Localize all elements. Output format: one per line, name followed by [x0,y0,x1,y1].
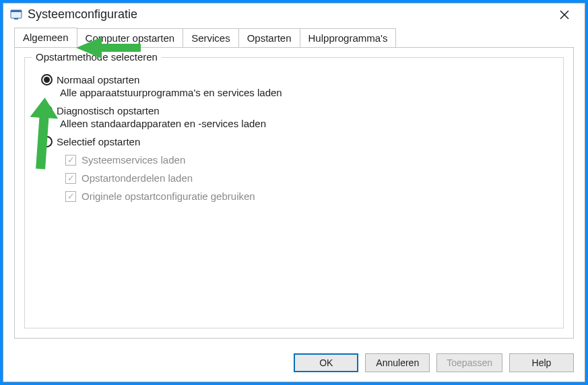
checkbox-original-boot: ✓ [65,191,76,202]
checkbox-label: Systeemservices laden [81,154,185,166]
apply-button: Toepassen [436,353,502,372]
tab-computer-opstarten[interactable]: Computer opstarten [77,28,184,47]
selective-sub-options: ✓ Systeemservices laden ✓ Opstartonderde… [65,154,552,202]
dialog-window: Systeemconfiguratie Algemeen Computer op… [3,3,585,382]
checkbox-label: Originele opstartconfiguratie gebruiken [81,190,255,202]
msconfig-icon [10,9,22,21]
tab-algemeen[interactable]: Algemeen [14,28,77,47]
tab-services[interactable]: Services [183,28,239,47]
tab-opstarten[interactable]: Opstarten [238,28,300,47]
ok-button[interactable]: OK [294,353,358,372]
radio-label: Selectief opstarten [57,136,140,147]
tab-panel: Opstartmethode selecteren Normaal opstar… [14,47,574,339]
radio-selective-startup[interactable] [41,136,53,147]
titlebar: Systeemconfiguratie [3,3,585,27]
option-description: Alle apparaatstuurprogramma's en service… [60,87,552,98]
checkbox-system-services: ✓ [65,155,76,166]
tab-strip: Algemeen Computer opstarten Services Ops… [3,27,585,47]
dialog-footer: OK Annuleren Toepassen Help [3,347,585,382]
svg-rect-1 [11,10,22,12]
group-title: Opstartmethode selecteren [32,51,162,63]
checkbox-row-startup-items: ✓ Opstartonderdelen laden [65,172,552,184]
checkbox-row-original-boot: ✓ Originele opstartconfiguratie gebruike… [65,190,552,202]
option-normal-startup: Normaal opstarten Alle apparaatstuurprog… [41,74,552,98]
tab-hulpprogrammas[interactable]: Hulpprogramma's [300,28,397,47]
radio-label: Diagnostisch opstarten [57,105,160,116]
svg-rect-2 [14,18,18,20]
window-title: Systeemconfiguratie [28,7,551,22]
radio-normal-startup[interactable] [41,74,53,85]
option-description: Alleen standaardapparaten en -services l… [60,118,552,129]
cancel-button[interactable]: Annuleren [365,353,430,372]
checkbox-startup-items: ✓ [65,173,76,184]
option-selective-startup: Selectief opstarten ✓ Systeemservices la… [41,136,552,202]
radio-label: Normaal opstarten [57,74,139,85]
checkbox-row-system-services: ✓ Systeemservices laden [65,154,552,166]
option-diagnostic-startup: Diagnostisch opstarten Alleen standaarda… [41,105,552,129]
checkbox-label: Opstartonderdelen laden [81,172,193,184]
startup-selection-group: Opstartmethode selecteren Normaal opstar… [24,57,564,328]
help-button[interactable]: Help [509,353,574,372]
close-button[interactable] [551,8,578,22]
radio-diagnostic-startup[interactable] [41,105,53,116]
